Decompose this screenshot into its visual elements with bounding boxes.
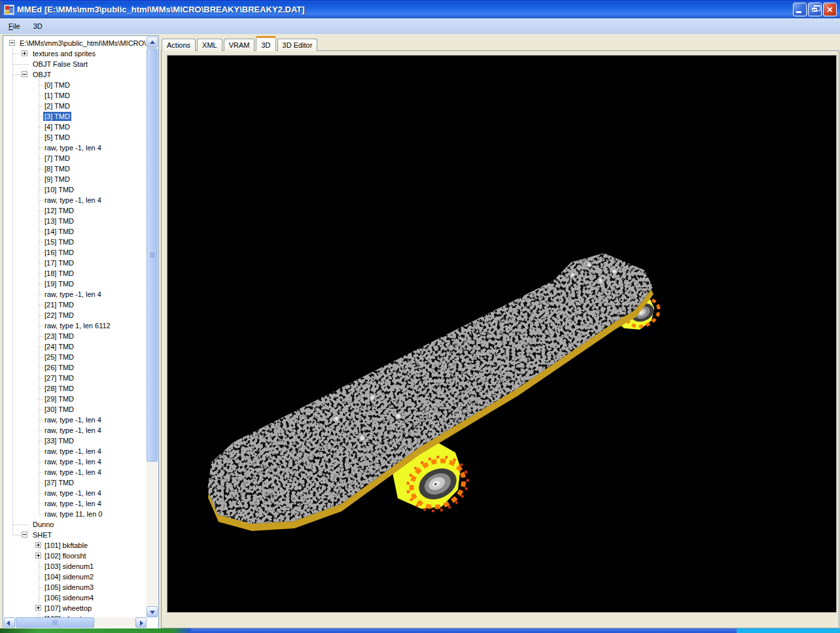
tree-item[interactable]: [37] TMD	[4, 477, 147, 488]
tree-item[interactable]: [19] TMD	[4, 279, 147, 289]
expand-icon[interactable]	[35, 553, 41, 558]
tree-connector-stub	[39, 116, 43, 117]
tree-item[interactable]: raw, type -1, len 4	[4, 289, 147, 299]
tree-item[interactable]: raw, type -1, len 4	[4, 195, 147, 205]
minimize-icon	[796, 11, 801, 13]
tree-item[interactable]: raw, type -1, len 4	[4, 467, 147, 477]
tree-item[interactable]: [1] TMD	[4, 90, 147, 101]
collapse-icon[interactable]	[22, 71, 27, 77]
tree-item[interactable]: [17] TMD	[4, 258, 147, 268]
tree-item[interactable]: [10] TMD	[4, 184, 147, 195]
tree-item-label: textures and sprites	[31, 49, 97, 58]
tree-item[interactable]: [107] wheettop	[4, 603, 147, 613]
tree-item[interactable]: [5] TMD	[4, 132, 147, 143]
tree-item-label: [19] TMD	[43, 279, 75, 288]
tree-item[interactable]: OBJT	[4, 69, 147, 80]
tab-3d-editor[interactable]: 3D Editor	[277, 39, 318, 51]
tree-item[interactable]: [30] TMD	[4, 404, 147, 415]
scroll-left-button[interactable]	[4, 617, 15, 628]
tree-item[interactable]: Dunno	[4, 519, 147, 530]
scroll-up-button[interactable]	[147, 37, 158, 48]
tree-item[interactable]: raw, type -1, len 4	[4, 446, 147, 456]
tree-item[interactable]: [23] TMD	[4, 331, 147, 341]
tree-item[interactable]: [3] TMD	[4, 111, 147, 122]
tree-item[interactable]: [106] sidenum4	[4, 592, 147, 603]
expand-icon[interactable]	[35, 542, 41, 548]
tree-item[interactable]: [14] TMD	[4, 226, 147, 237]
tree-item[interactable]: [13] TMD	[4, 216, 147, 226]
close-button[interactable]: ✕	[823, 3, 837, 16]
vscroll-thumb[interactable]	[147, 48, 158, 462]
menu-item-3d[interactable]: 3D	[29, 20, 47, 32]
tree-item[interactable]: E:\MMs\mm3\public_html\MMs\MICRO\	[4, 38, 147, 48]
tree-item[interactable]: [7] TMD	[4, 153, 147, 163]
tree-item[interactable]: [25] TMD	[4, 352, 147, 362]
tree-item[interactable]: [2] TMD	[4, 101, 147, 111]
titlebar[interactable]: MMEd [E:\MMs\mm3\public_html\MMs\MICRO\B…	[0, 0, 840, 18]
tree-item[interactable]: [102] floorsht	[4, 551, 147, 561]
tree-item-label: [28] TMD	[43, 384, 75, 393]
tree-item[interactable]: raw, type -1, len 4	[4, 143, 147, 153]
tree-item[interactable]: [101] bkftable	[4, 540, 147, 551]
tree-connector-stub	[39, 451, 43, 452]
tree-item[interactable]: [29] TMD	[4, 394, 147, 404]
tree-item[interactable]: [8] TMD	[4, 163, 147, 174]
scroll-right-button[interactable]	[135, 617, 147, 628]
chevron-up-icon	[150, 41, 155, 44]
tree-item[interactable]: raw, type -1, len 4	[4, 456, 147, 467]
expand-icon[interactable]	[35, 605, 41, 611]
tree-item[interactable]: raw, type -1, len 4	[4, 425, 147, 436]
tree-item-label: Dunno	[31, 520, 55, 529]
taskbar[interactable]	[0, 628, 840, 633]
tree-item[interactable]: [12] TMD	[4, 205, 147, 216]
tree-item[interactable]: raw, type -1, len 4	[4, 498, 147, 509]
tree-item[interactable]: [26] TMD	[4, 362, 147, 373]
collapse-icon[interactable]	[22, 532, 27, 538]
tree-item[interactable]: SHET	[4, 530, 147, 540]
tree-item[interactable]: textures and sprites	[4, 48, 147, 59]
menu-item-file[interactable]: File	[4, 20, 25, 32]
tree-item[interactable]: [103] sidenum1	[4, 561, 147, 572]
tree-item[interactable]: [105] sidenum3	[4, 582, 147, 592]
tree-item[interactable]: [33] TMD	[4, 436, 147, 446]
tree-item-label: SHET	[31, 530, 53, 539]
tree-item[interactable]: [4] TMD	[4, 122, 147, 132]
collapse-icon[interactable]	[9, 40, 15, 46]
tree-item[interactable]: [16] TMD	[4, 247, 147, 258]
hscroll-thumb[interactable]	[16, 617, 94, 628]
tree-connector-stub	[39, 158, 43, 159]
tree-item[interactable]: raw, type 1, len 6112	[4, 320, 147, 331]
viewport-3d[interactable]	[167, 55, 837, 613]
tab-3d[interactable]: 3D	[256, 36, 275, 51]
tab-vram[interactable]: VRAM	[224, 39, 255, 51]
tree-vscrollbar[interactable]	[147, 37, 158, 617]
tree-item[interactable]: [104] sidenum2	[4, 572, 147, 582]
tree-item[interactable]: [21] TMD	[4, 299, 147, 310]
tab-actions[interactable]: Actions	[162, 39, 196, 51]
tree-item[interactable]: [15] TMD	[4, 237, 147, 247]
tree-item[interactable]: [22] TMD	[4, 310, 147, 320]
tree-item[interactable]: OBJT False Start	[4, 59, 147, 69]
tree-item[interactable]: [9] TMD	[4, 174, 147, 184]
tree-item-label: [37] TMD	[43, 478, 75, 487]
scroll-down-button[interactable]	[147, 606, 158, 617]
restore-button[interactable]	[808, 3, 822, 16]
taskbar-cyan-segment	[737, 628, 840, 633]
tab-xml[interactable]: XML	[197, 39, 222, 51]
expand-icon[interactable]	[22, 50, 27, 56]
tree-item[interactable]: [27] TMD	[4, 373, 147, 383]
tree-item-label: [0] TMD	[43, 80, 71, 90]
tree-item[interactable]: [18] TMD	[4, 268, 147, 279]
minimize-button[interactable]	[793, 3, 807, 16]
tree-item-label: E:\MMs\mm3\public_html\MMs\MICRO\	[18, 39, 147, 48]
tree-item[interactable]: raw, type -1, len 4	[4, 488, 147, 498]
tree-item-label: raw, type -1, len 4	[43, 196, 103, 205]
tree-item[interactable]: [0] TMD	[4, 80, 147, 90]
tree-hscrollbar[interactable]	[4, 617, 147, 628]
tree-item[interactable]: [28] TMD	[4, 383, 147, 394]
tree-item-label: raw, type -1, len 4	[43, 468, 103, 477]
tree-item[interactable]: raw, type -1, len 4	[4, 415, 147, 425]
tree-item[interactable]: raw, type 11, len 0	[4, 509, 147, 519]
tree-item[interactable]: [24] TMD	[4, 341, 147, 352]
tree-connector-stub	[39, 200, 43, 201]
